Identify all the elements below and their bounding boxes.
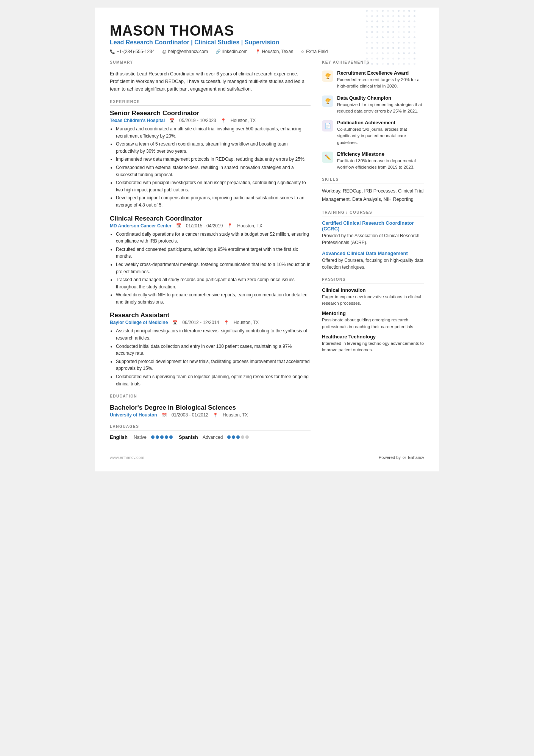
achievement-3-body: Publication Achievement Co-authored two … xyxy=(337,120,424,146)
dot xyxy=(241,435,244,439)
linkedin-url: linkedin.com xyxy=(222,49,248,54)
lang-spanish-dots xyxy=(227,435,249,439)
achievement-2-body: Data Quality Champion Recognized for imp… xyxy=(337,95,424,115)
job-1-bullets: Managed and coordinated a multi-site cli… xyxy=(110,125,311,209)
achievement-1-icon: 🏆 xyxy=(322,70,333,82)
phone-number: +1-(234)-555-1234 xyxy=(117,49,155,54)
job-1: Senior Research Coordinator Texas Childr… xyxy=(110,110,311,209)
footer-website: www.enhancv.com xyxy=(110,455,144,460)
achievements-section: KEY ACHIEVEMENTS 🏆 Recruitment Excellenc… xyxy=(322,60,424,171)
bullet-item: Collaborated with principal investigator… xyxy=(116,179,311,193)
bullet-item: Coordinated daily operations for a cance… xyxy=(116,231,311,245)
dot xyxy=(245,435,249,439)
location-icon-1: 📍 xyxy=(221,118,226,123)
achievement-2-desc: Recognized for implementing strategies t… xyxy=(337,102,424,115)
calendar-icon-3: 📅 xyxy=(172,320,178,325)
dot xyxy=(236,435,240,439)
job-3-bullets: Assisted principal investigators in lite… xyxy=(110,327,311,387)
skills-section: SKILLS Workday, REDCap, IRB Processes, C… xyxy=(322,177,424,203)
calendar-icon-1: 📅 xyxy=(169,118,175,123)
summary-label: SUMMARY xyxy=(110,60,311,66)
edu-degree: Bachelor's Degree in Biological Sciences xyxy=(110,404,311,412)
extra-field: Extra Field xyxy=(306,49,328,54)
bullet-item: Recruited and consented participants, ac… xyxy=(116,246,311,260)
bullet-item: Conducted initial data collection and en… xyxy=(116,343,311,357)
languages-section: LANGUAGES English Native xyxy=(110,424,311,440)
location-contact: 📍 Houston, Texas xyxy=(255,49,294,54)
passion-3-desc: Interested in leveraging technology adva… xyxy=(322,340,424,354)
lang-english-level: Native xyxy=(134,435,147,440)
passion-1: Clinical Innovation Eager to explore new… xyxy=(322,287,424,307)
achievement-4-body: Efficiency Milestone Facilitated 30% inc… xyxy=(337,151,424,171)
lang-english-dots xyxy=(151,435,173,439)
bullet-item: Implemented new data management protocol… xyxy=(116,156,311,163)
achievement-1-title: Recruitment Excellence Award xyxy=(337,70,424,76)
bullet-item: Developed participant compensation progr… xyxy=(116,194,311,208)
passions-section: PASSIONS Clinical Innovation Eager to ex… xyxy=(322,277,424,354)
achievement-3-icon: 📄 xyxy=(322,120,333,131)
language-spanish: Spanish Advanced xyxy=(179,434,249,440)
email-icon: @ xyxy=(162,49,166,54)
job-3-meta: Baylor College of Medicine 📅 06/2012 - 1… xyxy=(110,320,311,325)
bullet-item: Collaborated with supervising team on lo… xyxy=(116,373,311,387)
dot xyxy=(165,435,168,439)
summary-text: Enthusiastic Lead Research Coordinator w… xyxy=(110,70,311,93)
footer: www.enhancv.com Powered by ∞ Enhancv xyxy=(110,454,424,460)
passion-2: Mentoring Passionate about guiding emerg… xyxy=(322,310,424,330)
bullet-item: Led weekly cross-departmental meetings, … xyxy=(116,261,311,275)
achievement-1-desc: Exceeded recruitment targets by 20% for … xyxy=(337,77,424,90)
job-2-company: MD Anderson Cancer Center xyxy=(110,223,172,229)
achievement-4-desc: Facilitated 30% increase in departmental… xyxy=(337,158,424,171)
bullet-item: Tracked and managed all study records an… xyxy=(116,276,311,290)
location-icon: 📍 xyxy=(255,49,261,54)
training-1-desc: Provided by the Association of Clinical … xyxy=(322,232,424,246)
edu-dates: 01/2008 - 01/2012 xyxy=(172,412,208,418)
email-contact: @ help@enhancv.com xyxy=(162,49,208,54)
experience-section: EXPERIENCE Senior Research Coordinator T… xyxy=(110,100,311,387)
job-3-dates: 06/2012 - 12/2014 xyxy=(182,320,219,325)
passions-label: PASSIONS xyxy=(322,277,424,283)
achievement-4: ✏️ Efficiency Milestone Facilitated 30% … xyxy=(322,151,424,171)
dot xyxy=(232,435,235,439)
bullet-item: Worked directly with NIH to prepare comp… xyxy=(116,291,311,305)
left-column: SUMMARY Enthusiastic Lead Research Coord… xyxy=(110,60,311,447)
languages-row: English Native Spanish Advanced xyxy=(110,434,311,440)
summary-section: SUMMARY Enthusiastic Lead Research Coord… xyxy=(110,60,311,93)
education-label: EDUCATION xyxy=(110,394,311,400)
achievement-1: 🏆 Recruitment Excellence Award Exceeded … xyxy=(322,70,424,90)
calendar-icon-2: 📅 xyxy=(176,223,181,228)
linkedin-contact[interactable]: 🔗 linkedin.com xyxy=(215,49,248,54)
linkedin-icon: 🔗 xyxy=(215,49,221,54)
job-3: Research Assistant Baylor College of Med… xyxy=(110,311,311,387)
bullet-item: Assisted principal investigators in lite… xyxy=(116,327,311,341)
achievements-label: KEY ACHIEVEMENTS xyxy=(322,60,424,66)
achievement-2-title: Data Quality Champion xyxy=(337,95,424,101)
training-1-title: Certified Clinical Research Coordinator … xyxy=(322,220,424,232)
experience-label: EXPERIENCE xyxy=(110,100,311,106)
skills-label: SKILLS xyxy=(322,177,424,183)
lang-spanish-name: Spanish xyxy=(179,434,200,440)
training-section: TRAINING / COURSES Certified Clinical Re… xyxy=(322,210,424,271)
job-2-bullets: Coordinated daily operations for a cance… xyxy=(110,231,311,306)
dot xyxy=(160,435,164,439)
candidate-name: MASON THOMAS xyxy=(110,23,424,39)
edu-meta: University of Houston 📅 01/2008 - 01/201… xyxy=(110,412,311,418)
passion-3-title: Healthcare Technology xyxy=(322,334,424,340)
achievement-3-desc: Co-authored two journal articles that si… xyxy=(337,126,424,146)
dot xyxy=(169,435,173,439)
passion-3: Healthcare Technology Interested in leve… xyxy=(322,334,424,354)
job-2-title: Clinical Research Coordinator xyxy=(110,215,311,222)
star-icon: ☆ xyxy=(301,49,304,54)
location-icon-edu: 📍 xyxy=(213,413,218,418)
resume-page: (function() { const container = document… xyxy=(95,8,439,471)
powered-by-text: Powered by xyxy=(379,455,401,460)
bullet-item: Oversaw a team of 5 research coordinator… xyxy=(116,141,311,155)
training-label: TRAINING / COURSES xyxy=(322,210,424,216)
dot xyxy=(227,435,231,439)
location-icon-2: 📍 xyxy=(227,223,233,228)
job-1-company: Texas Children's Hospital xyxy=(110,118,165,123)
achievement-4-icon: ✏️ xyxy=(322,152,333,163)
training-2-title: Advanced Clinical Data Management xyxy=(322,250,424,256)
job-2: Clinical Research Coordinator MD Anderso… xyxy=(110,215,311,306)
candidate-title: Lead Research Coordinator | Clinical Stu… xyxy=(110,39,424,46)
